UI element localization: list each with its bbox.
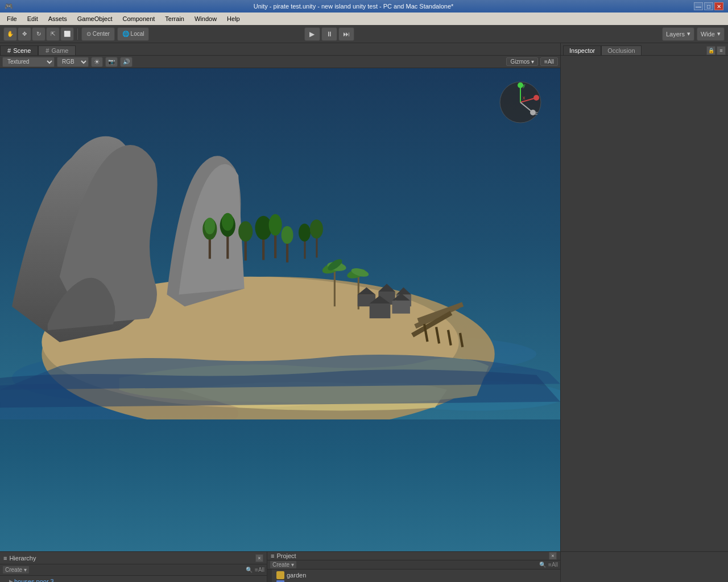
menu-component[interactable]: Component <box>118 14 159 23</box>
tool-group-transform: ✋ ✥ ↻ ⇱ ⬜ <box>3 27 74 41</box>
svg-text:y: y <box>523 82 526 88</box>
hierarchy-panel: ≡ Hierarchy × Create ▾ 🔍 ≡All ▶houses po… <box>0 552 267 582</box>
maximize-button[interactable]: □ <box>704 2 713 10</box>
hierarchy-tab-label: Hierarchy <box>9 555 36 562</box>
right-bottom-panel <box>560 552 728 582</box>
pivot-icon: ⊙ <box>86 31 91 37</box>
main-area: # Scene # Game Textured Wireframe Textur… <box>0 43 728 551</box>
scene-tabs: # Scene # Game <box>0 43 560 56</box>
project-close-button[interactable]: × <box>549 552 557 560</box>
all-button[interactable]: ≡All <box>540 57 558 66</box>
project-search-area: 🔍 ≡All <box>539 562 558 568</box>
pause-button[interactable]: ⏸ <box>321 27 337 41</box>
audio-icon-btn[interactable]: 🔊 <box>120 57 133 67</box>
project-create-button[interactable]: Create ▾ <box>270 560 297 569</box>
layout-arrow-icon: ▾ <box>717 30 721 38</box>
hierarchy-toolbar: Create ▾ 🔍 ≡All <box>0 564 267 576</box>
game-tab-icon: # <box>46 47 49 54</box>
scene-tab-icon: # <box>7 47 11 54</box>
inspector-lock-button[interactable]: 🔒 <box>706 46 715 55</box>
island-svg <box>0 68 560 419</box>
tool-scale[interactable]: ⇱ <box>46 27 60 41</box>
menu-edit[interactable]: Edit <box>23 14 43 23</box>
inspector-menu-button[interactable]: ≡ <box>717 46 726 55</box>
main-toolbar: ✋ ✥ ↻ ⇱ ⬜ ⊙ Center 🌐 Local ▶ ⏸ ⏭ Layers … <box>0 25 728 43</box>
close-button[interactable]: ✕ <box>714 2 723 10</box>
svg-point-23 <box>299 223 311 241</box>
inspector-tabs: Inspector Occlusion 🔒 ≡ <box>561 43 728 56</box>
tool-rotate[interactable]: ↻ <box>32 27 46 41</box>
titlebar: 🎮 Unity - pirate test.unity - new island… <box>0 0 728 13</box>
minimize-button[interactable]: — <box>694 2 703 10</box>
search-icon: 🔍 <box>246 567 253 573</box>
svg-point-55 <box>533 95 539 101</box>
tab-game[interactable]: # Game <box>38 45 76 55</box>
svg-point-25 <box>310 219 323 239</box>
gizmos-button[interactable]: Gizmos ▾ <box>506 57 538 66</box>
project-item-0[interactable]: garden <box>272 571 560 580</box>
svg-rect-26 <box>334 271 336 306</box>
tab-inspector[interactable]: Inspector <box>563 45 601 55</box>
menu-help[interactable]: Help <box>222 14 245 23</box>
tab-occlusion[interactable]: Occlusion <box>601 45 641 55</box>
step-button[interactable]: ⏭ <box>338 27 354 41</box>
titlebar-controls: — □ ✕ <box>694 2 723 10</box>
scene-3d: y z x <box>0 68 560 551</box>
project-item-1[interactable]: house ordinary texture <box>272 580 560 582</box>
tool-hand[interactable]: ✋ <box>3 27 17 41</box>
scene-toolbar: Textured Wireframe Textured Wire RGB Alp… <box>0 56 560 68</box>
panel-resizer[interactable]: ⋮ <box>267 569 272 582</box>
menu-file[interactable]: File <box>2 14 22 23</box>
search-icon-project: 🔍 <box>539 562 546 568</box>
layout-label: Wide <box>701 31 715 38</box>
hierarchy-close-button[interactable]: × <box>255 554 263 562</box>
menu-gameobject[interactable]: GameObject <box>73 14 117 23</box>
titlebar-title: Unity - pirate test.unity - new island u… <box>254 3 454 10</box>
svg-rect-41 <box>392 301 410 314</box>
svg-rect-18 <box>274 232 276 258</box>
layers-dropdown[interactable]: Layers ▾ <box>662 27 694 41</box>
play-button[interactable]: ▶ <box>304 27 320 41</box>
layout-dropdown[interactable]: Wide ▾ <box>697 27 725 41</box>
layers-arrow-icon: ▾ <box>687 30 690 38</box>
project-tab: ≡ Project × <box>267 552 560 560</box>
camera-icon-btn[interactable]: 📷 <box>105 57 118 67</box>
project-toolbar: Create ▾ 🔍 ≡All <box>267 560 560 569</box>
menubar: File Edit Assets GameObject Component Te… <box>0 13 728 25</box>
hierarchy-item-0[interactable]: ▶houses poor 3 <box>0 577 267 582</box>
inspector-controls: 🔒 ≡ <box>706 46 726 55</box>
game-tab-label: Game <box>51 47 68 54</box>
titlebar-icon: 🎮 <box>5 2 13 10</box>
menu-assets[interactable]: Assets <box>44 14 72 23</box>
inspector-content <box>561 56 728 551</box>
project-all-label: ≡All <box>548 562 558 568</box>
pivot-button[interactable]: ⊙ Center <box>81 27 115 41</box>
svg-point-19 <box>269 214 282 236</box>
hierarchy-tab: ≡ Hierarchy × <box>0 552 267 564</box>
tool-rect[interactable]: ⬜ <box>60 27 74 41</box>
scene-viewport[interactable]: y z x <box>0 68 560 551</box>
hierarchy-search-area: 🔍 ≡All <box>246 567 264 573</box>
project-list: gardenhouse ordinary texturehouse ordina… <box>272 569 560 582</box>
svg-text:x: x <box>523 95 526 101</box>
sun-icon-btn[interactable]: ☀ <box>91 57 103 67</box>
menu-terrain[interactable]: Terrain <box>160 14 189 23</box>
tab-scene[interactable]: # Scene <box>0 45 38 55</box>
space-button[interactable]: 🌐 Local <box>117 27 150 41</box>
svg-rect-39 <box>370 304 391 318</box>
svg-text:z: z <box>535 110 538 116</box>
left-area: # Scene # Game Textured Wireframe Textur… <box>0 43 560 551</box>
scene-tab-label: Scene <box>13 47 31 54</box>
project-tab-icon: ≡ <box>271 552 274 559</box>
layers-label: Layers <box>666 31 685 38</box>
view-mode-select[interactable]: Textured Wireframe Textured Wire <box>2 57 55 67</box>
hierarchy-create-button[interactable]: Create ▾ <box>2 566 30 574</box>
play-controls: ▶ ⏸ ⏭ <box>304 27 354 41</box>
menu-window[interactable]: Window <box>190 14 221 23</box>
tool-move[interactable]: ✥ <box>18 27 31 41</box>
navigation-gizmo[interactable]: y z x <box>498 80 543 125</box>
hierarchy-tab-icon: ≡ <box>3 555 7 562</box>
color-mode-select[interactable]: RGB Alpha <box>57 57 89 67</box>
svg-rect-20 <box>286 241 288 263</box>
svg-point-15 <box>238 221 253 242</box>
